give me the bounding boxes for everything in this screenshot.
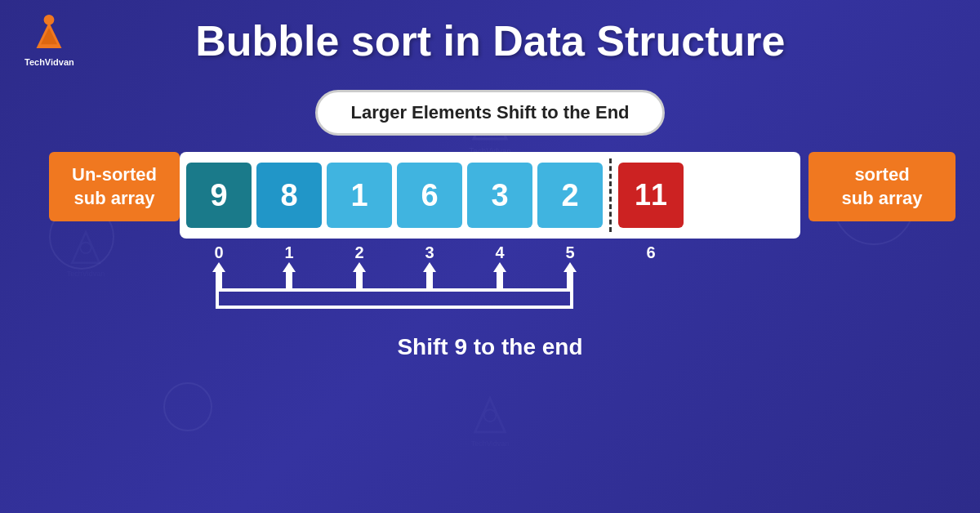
array-box-1: 8 [256, 163, 322, 228]
array-container: 9 8 1 6 3 2 11 [180, 152, 800, 239]
array-box-0: 9 [186, 163, 252, 228]
index-6: 6 [618, 243, 684, 262]
array-box-4: 3 [467, 163, 532, 228]
index-divider-gap [608, 243, 613, 262]
svg-marker-13 [353, 262, 366, 291]
diagram-area: Un-sorted sub array sorted sub array 9 8… [180, 152, 800, 331]
bottom-text: Shift 9 to the end [397, 334, 582, 360]
svg-marker-16 [564, 262, 577, 291]
sorted-label: sorted sub array [808, 152, 956, 221]
svg-rect-20 [216, 306, 573, 309]
svg-marker-14 [423, 262, 436, 291]
index-0: 0 [186, 243, 252, 262]
index-4: 4 [467, 243, 532, 262]
header: TechVidvan Bubble sort in Data Structure [0, 0, 980, 82]
array-box-6: 11 [618, 163, 684, 228]
array-box-3: 6 [397, 163, 462, 228]
array-box-2: 1 [327, 163, 392, 228]
index-row: 0 1 2 3 4 5 6 [180, 243, 800, 262]
main-content: TechVidvan Bubble sort in Data Structure… [0, 0, 980, 513]
dashed-divider [609, 158, 612, 232]
page-title: Bubble sort in Data Structure [74, 16, 906, 65]
array-box-5: 2 [537, 163, 603, 228]
index-3: 3 [397, 243, 462, 262]
pill-label: Larger Elements Shift to the End [315, 90, 664, 136]
svg-rect-17 [216, 288, 573, 292]
index-5: 5 [537, 243, 603, 262]
logo-text: TechVidvan [24, 57, 74, 67]
logo: TechVidvan [24, 15, 74, 67]
unsorted-label: Un-sorted sub array [49, 152, 180, 221]
svg-marker-15 [493, 262, 506, 291]
index-1: 1 [256, 243, 322, 262]
svg-marker-12 [283, 262, 296, 291]
center-wrapper: Larger Elements Shift to the End Un-sort… [0, 82, 980, 360]
svg-marker-11 [212, 262, 225, 291]
svg-point-9 [44, 15, 55, 25]
arrows-bracket-area [180, 262, 800, 331]
arrows-bracket-svg [186, 262, 807, 328]
logo-icon [29, 15, 69, 56]
index-2: 2 [327, 243, 392, 262]
